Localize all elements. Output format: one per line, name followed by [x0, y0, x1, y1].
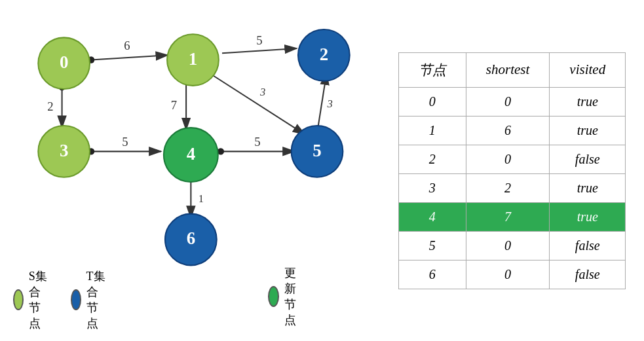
edge-label-1-4: 7 — [171, 98, 177, 112]
node-0-label: 0 — [60, 52, 68, 71]
node-3-label: 3 — [60, 140, 68, 160]
edge-label-1-2: 5 — [256, 33, 262, 46]
edge-1-2 — [222, 48, 297, 52]
cell-node-5: 5 — [398, 231, 466, 260]
node-5-label: 5 — [313, 140, 321, 160]
cell-node-0: 0 — [398, 87, 466, 116]
data-table: 节点 shortest visited 00true16true20false3… — [398, 52, 626, 289]
node-1-label: 1 — [189, 48, 197, 68]
cell-shortest-5: 0 — [466, 231, 550, 260]
cell-visited-1: true — [550, 116, 626, 145]
cell-shortest-1: 6 — [466, 116, 550, 145]
col-header-shortest: shortest — [466, 52, 550, 87]
cell-visited-3: true — [550, 173, 626, 202]
edge-label-4-6: 1 — [199, 192, 204, 205]
edge-label-0-1: 6 — [124, 39, 130, 52]
table-row-0: 00true — [398, 87, 625, 116]
node-4-label: 4 — [187, 143, 195, 163]
legend-update-label: 更新节点 — [284, 265, 306, 328]
legend-t-set-circle — [71, 289, 81, 310]
legend: S集合节点 T集合节点 更新节点 — [13, 268, 306, 331]
cell-shortest-0: 0 — [466, 87, 550, 116]
cell-visited-0: true — [550, 87, 626, 116]
cell-shortest-6: 0 — [466, 260, 550, 289]
table-row-5: 50false — [398, 231, 625, 260]
cell-visited-4: true — [550, 202, 626, 231]
cell-shortest-2: 0 — [466, 145, 550, 173]
cell-node-1: 1 — [398, 116, 466, 145]
table-row-4: 47true — [398, 202, 625, 231]
table-area: 节点 shortest visited 00true16true20false3… — [393, 7, 631, 334]
graph-area: 6 2 5 7 5 5 — [13, 7, 393, 334]
edge-label-4-5: 5 — [254, 135, 260, 149]
cell-visited-5: false — [550, 231, 626, 260]
edge-label-5-2: 3 — [327, 98, 333, 110]
edge-label-0-3: 2 — [47, 99, 53, 113]
edge-label-1-5: 3 — [259, 86, 265, 98]
cell-node-4: 4 — [398, 202, 466, 231]
edge-0-1 — [91, 55, 168, 60]
cell-visited-2: false — [550, 145, 626, 173]
edge-1-5 — [210, 73, 305, 134]
legend-s-set-label: S集合节点 — [29, 268, 51, 331]
legend-update: 更新节点 — [268, 265, 306, 328]
legend-s-set-circle — [13, 289, 24, 310]
legend-t-set: T集合节点 — [71, 268, 109, 331]
legend-t-set-label: T集合节点 — [86, 268, 109, 331]
cell-node-6: 6 — [398, 260, 466, 289]
table-row-6: 60false — [398, 260, 625, 289]
table-row-3: 32true — [398, 173, 625, 202]
table-row-2: 20false — [398, 145, 625, 173]
cell-shortest-3: 2 — [466, 173, 550, 202]
graph-svg: 6 2 5 7 5 5 — [13, 7, 393, 282]
legend-update-circle — [268, 286, 279, 307]
col-header-node: 节点 — [398, 52, 466, 87]
cell-node-3: 3 — [398, 173, 466, 202]
edge-label-3-4: 5 — [122, 135, 128, 149]
edge-5-2 — [317, 73, 327, 133]
cell-shortest-4: 7 — [466, 202, 550, 231]
cell-visited-6: false — [550, 260, 626, 289]
node-6-label: 6 — [187, 228, 195, 248]
table-row-1: 16true — [398, 116, 625, 145]
node-2-label: 2 — [320, 44, 328, 63]
main-container: 6 2 5 7 5 5 — [0, 0, 644, 341]
col-header-visited: visited — [550, 52, 626, 87]
legend-s-set: S集合节点 — [13, 268, 51, 331]
cell-node-2: 2 — [398, 145, 466, 173]
